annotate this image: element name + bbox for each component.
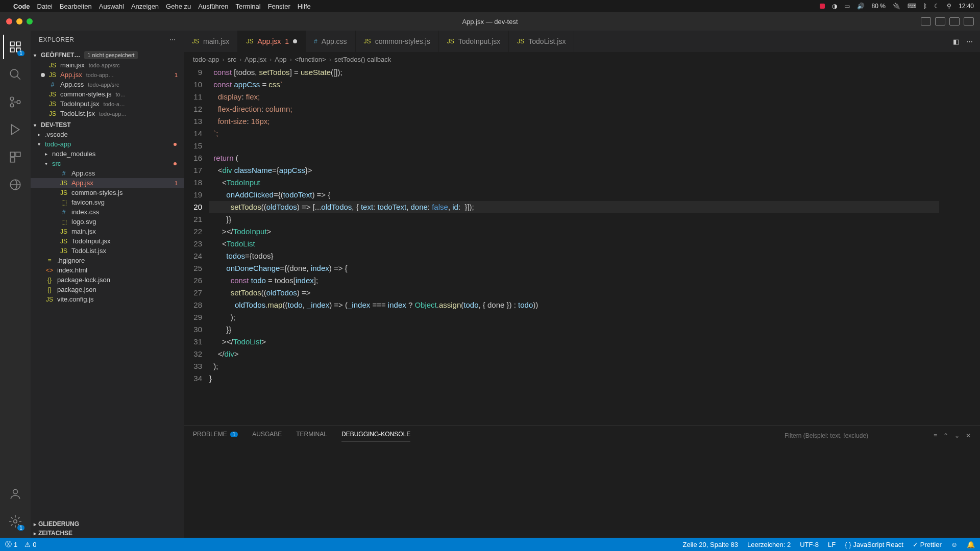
breadcrumb-item[interactable]: todo-app [193,56,219,63]
status-encoding[interactable]: UTF-8 [800,541,819,548]
search-icon[interactable]: ⚲ [947,3,951,10]
status-language[interactable]: { } JavaScript React [845,541,903,548]
recording-icon[interactable] [820,4,825,9]
activity-remote[interactable] [3,172,28,197]
outline-header[interactable]: GLIEDERUNG [31,519,184,529]
file-item[interactable]: ⬚favicon.svg [31,197,184,207]
file-item[interactable]: JSvite.config.js [31,294,184,304]
panel-filter-input[interactable] [785,432,927,439]
project-header[interactable]: DEV-TEST [31,120,184,130]
more-icon[interactable]: ⋯ [966,38,973,45]
menu-terminal[interactable]: Terminal [236,3,261,10]
open-editor-item[interactable]: JSmain.jsxtodo-app/src [31,60,184,70]
tray-icon[interactable]: ◑ [832,3,837,10]
menu-run[interactable]: Ausführen [198,3,228,10]
split-editor-icon[interactable]: ◧ [953,38,959,45]
status-spaces[interactable]: Leerzeichen: 2 [747,541,791,548]
breadcrumb-item[interactable]: App.jsx [244,56,266,63]
chevron-down-icon[interactable]: ⌄ [954,432,960,439]
editor-tab[interactable]: JSmain.jsx [184,31,238,52]
activity-extensions[interactable] [3,145,28,169]
menu-view[interactable]: Anzeigen [131,3,159,10]
breadcrumb-item[interactable]: setTodos() callback [334,56,391,63]
menu-go[interactable]: Gehe zu [166,3,191,10]
editor-tab[interactable]: JSApp.jsx1 [238,31,306,52]
file-item[interactable]: JScommon-styles.js [31,188,184,197]
status-prettier[interactable]: ✓ Prettier [913,541,942,548]
file-item[interactable]: {}package-lock.json [31,275,184,285]
breadcrumb-item[interactable]: <function> [295,56,326,63]
file-item[interactable]: ⬚logo.svg [31,217,184,227]
file-item[interactable]: JSTodoList.jsx [31,246,184,256]
menu-edit[interactable]: Bearbeiten [60,3,92,10]
editor-tab[interactable]: #App.css [306,31,356,52]
folder-item[interactable]: ▾src [31,159,184,168]
file-item[interactable]: {}package.json [31,285,184,294]
editor-tab[interactable]: JSTodoInput.jsx [439,31,509,52]
status-bell-icon[interactable]: 🔔 [967,541,975,548]
volume-icon[interactable]: 🔊 [857,3,865,10]
maximize-window-button[interactable] [27,18,33,24]
filter-icon[interactable]: ≡ [934,432,937,439]
clock[interactable]: 12:40 [959,3,974,10]
panel-tab-output[interactable]: AUSGABE [252,431,282,441]
panel-tab-problems[interactable]: PROBLEME1 [193,431,238,441]
file-item[interactable]: JSApp.jsx1 [31,178,184,188]
status-eol[interactable]: LF [828,541,836,548]
app-name[interactable]: Code [13,3,30,10]
activity-account[interactable] [3,482,28,506]
close-icon[interactable]: ✕ [966,432,971,439]
activity-debug[interactable] [3,117,28,142]
close-window-button[interactable] [6,18,12,24]
layout-icon[interactable] [935,17,945,26]
bluetooth-icon[interactable]: ᛒ [923,3,927,10]
editor-tab[interactable]: JScommon-styles.js [356,31,439,52]
menu-selection[interactable]: Auswahl [99,3,124,10]
chevron-up-icon[interactable]: ⌃ [943,432,948,439]
folder-item[interactable]: ▾todo-app [31,139,184,149]
battery-text[interactable]: 80 % [872,3,886,10]
panel-tab-terminal[interactable]: TERMINAL [296,431,327,441]
file-item[interactable]: JSTodoInput.jsx [31,236,184,246]
file-item[interactable]: <>index.html [31,265,184,275]
open-editors-header[interactable]: GEÖFFNET… 1 nicht gespeichert [31,50,184,60]
status-warnings[interactable]: ⚠ 0 [24,541,36,548]
menu-window[interactable]: Fenster [268,3,290,10]
dnd-icon[interactable]: ☾ [934,3,940,10]
layout-icon[interactable] [921,17,931,26]
minimize-window-button[interactable] [16,18,22,24]
status-errors[interactable]: ⓧ 1 [5,540,17,549]
timeline-header[interactable]: ZEITACHSE [31,529,184,538]
activity-explorer[interactable]: 1 [3,35,28,59]
more-icon[interactable]: ⋯ [169,36,176,43]
breadcrumb-item[interactable]: src [228,56,236,63]
open-editor-item[interactable]: JSApp.jsxtodo-app…1 [31,70,184,80]
breadcrumb-item[interactable]: App [275,56,286,63]
open-editor-item[interactable]: #App.csstodo-app/src [31,80,184,89]
file-item[interactable]: #App.css [31,168,184,178]
battery-icon[interactable]: 🔌 [893,3,900,10]
file-item[interactable]: ≡.hgignore [31,256,184,265]
activity-scm[interactable] [3,90,28,114]
display-icon[interactable]: ▭ [844,3,850,10]
minimap[interactable] [939,66,980,425]
status-line-col[interactable]: Zeile 20, Spalte 83 [683,541,738,548]
panel-tab-debug-console[interactable]: DEBUGGING-KONSOLE [341,431,410,441]
activity-search[interactable] [3,62,28,87]
folder-item[interactable]: ▸node_modules [31,149,184,159]
code-editor[interactable]: 9101112131415161718192021222324252627282… [184,66,980,425]
open-editor-item[interactable]: JScommon-styles.jsto… [31,89,184,99]
folder-item[interactable]: ▸.vscode [31,130,184,139]
open-editor-item[interactable]: JSTodoInput.jsxtodo-a… [31,99,184,109]
layout-icon[interactable] [964,17,974,26]
file-item[interactable]: #index.css [31,207,184,217]
menu-file[interactable]: Datei [37,3,53,10]
menu-help[interactable]: Hilfe [298,3,311,10]
file-item[interactable]: JSmain.jsx [31,227,184,236]
activity-settings[interactable]: 1 [3,509,28,534]
editor-tab[interactable]: JSTodoList.jsx [509,31,574,52]
keyboard-layout-icon[interactable]: ⌨ [908,3,916,10]
status-feedback-icon[interactable]: ☺ [951,541,958,548]
open-editor-item[interactable]: JSTodoList.jsxtodo-app… [31,109,184,118]
breadcrumb[interactable]: todo-app›src›App.jsx›App›<function>›setT… [184,52,980,66]
